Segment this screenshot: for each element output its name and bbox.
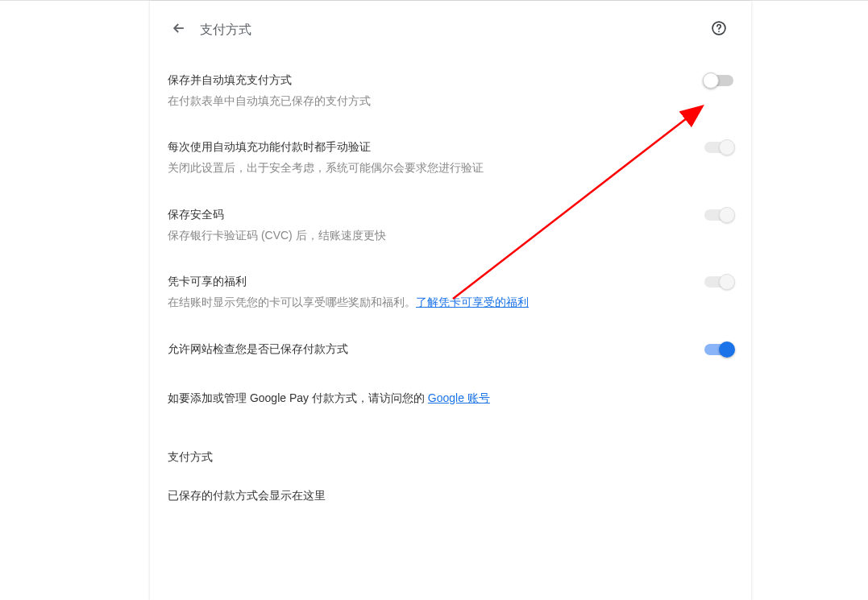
back-button[interactable] [164, 15, 193, 44]
setting-desc: 关闭此设置后，出于安全考虑，系统可能偶尔会要求您进行验证 [168, 159, 680, 176]
setting-save-fill: 保存并自动填充支付方式 在付款表单中自动填充已保存的支付方式 [168, 59, 733, 126]
toggle-verify[interactable] [704, 142, 733, 153]
toggle-knob [719, 274, 735, 290]
toggle-save-cvc[interactable] [704, 209, 733, 221]
toggle-knob [703, 72, 719, 89]
setting-title: 保存安全码 [168, 206, 680, 223]
setting-desc: 在付款表单中自动填充已保存的支付方式 [168, 92, 680, 110]
toggle-knob [719, 207, 735, 223]
toggle-knob [719, 139, 735, 155]
settings-panel: 支付方式 保存并自动填充支付方式 在付款表单中自动填充已保存的支付方式 [150, 1, 751, 600]
toggle-allow-site-check[interactable] [704, 344, 733, 355]
page-title: 支付方式 [200, 22, 704, 39]
saved-methods-heading: 支付方式 [150, 423, 751, 474]
setting-desc-prefix: 在结账时显示凭您的卡可以享受哪些奖励和福利。 [168, 296, 416, 308]
setting-desc: 保存银行卡验证码 (CVC) 后，结账速度更快 [168, 226, 680, 244]
setting-allow-site-check: 允许网站检查您是否已保存付款方式 [168, 328, 733, 377]
help-icon [711, 20, 727, 39]
setting-title: 每次使用自动填充功能付款时都手动验证 [168, 139, 680, 155]
setting-title: 允许网站检查您是否已保存付款方式 [168, 341, 680, 358]
saved-methods-empty: 已保存的付款方式会显示在这里 [150, 474, 751, 518]
arrow-left-icon [171, 20, 187, 39]
svg-point-1 [718, 31, 720, 32]
setting-save-cvc: 保存安全码 保存银行卡验证码 (CVC) 后，结账速度更快 [168, 193, 733, 260]
card-benefits-link[interactable]: 了解凭卡可享受的福利 [416, 296, 529, 308]
help-button[interactable] [704, 15, 733, 44]
toggle-save-fill[interactable] [704, 75, 733, 86]
gpay-note-prefix: 如要添加或管理 Google Pay 付款方式，请访问您的 [168, 391, 428, 404]
setting-desc: 在结账时显示凭您的卡可以享受哪些奖励和福利。了解凭卡可享受的福利 [168, 293, 680, 311]
setting-title: 凭卡可享的福利 [168, 273, 680, 290]
panel-header: 支付方式 [150, 1, 751, 59]
gpay-note: 如要添加或管理 Google Pay 付款方式，请访问您的 Google 账号 [150, 377, 751, 423]
google-account-link[interactable]: Google 账号 [428, 391, 490, 404]
setting-verify: 每次使用自动填充功能付款时都手动验证 关闭此设置后，出于安全考虑，系统可能偶尔会… [168, 126, 733, 192]
toggle-card-benefits[interactable] [704, 276, 733, 288]
setting-title: 保存并自动填充支付方式 [168, 72, 680, 89]
setting-card-benefits: 凭卡可享的福利 在结账时显示凭您的卡可以享受哪些奖励和福利。了解凭卡可享受的福利 [168, 260, 733, 327]
toggle-knob [719, 341, 735, 358]
